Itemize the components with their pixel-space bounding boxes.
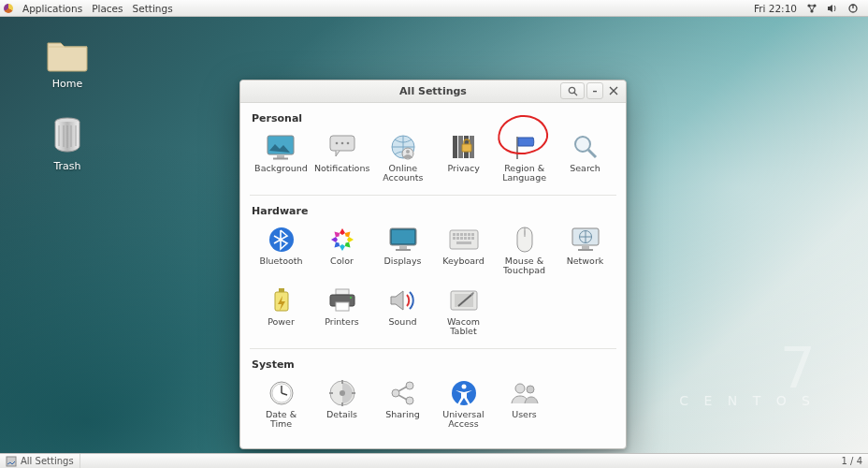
menu-places[interactable]: Places: [92, 3, 123, 14]
item-details[interactable]: Details: [312, 374, 371, 433]
svg-point-74: [461, 384, 466, 388]
svg-point-14: [346, 142, 349, 145]
item-universal-access[interactable]: Universal Access: [434, 374, 493, 433]
folder-icon: [46, 37, 89, 73]
svg-rect-32: [453, 233, 456, 236]
taskbar-entry-label: All Settings: [21, 456, 74, 466]
network-icon[interactable]: [806, 3, 817, 14]
mouse-icon: [510, 225, 540, 255]
svg-rect-39: [456, 237, 459, 240]
distro-icon: [4, 4, 13, 13]
universal-access-icon: [449, 378, 479, 408]
search-settings-icon: [571, 132, 600, 162]
svg-rect-44: [456, 241, 471, 244]
power-settings-icon: [267, 285, 297, 315]
bluetooth-icon: [267, 225, 297, 255]
section-personal-title: Personal: [252, 109, 615, 126]
svg-rect-41: [464, 237, 467, 240]
item-sound[interactable]: Sound: [373, 282, 432, 341]
item-network[interactable]: Network: [556, 221, 615, 280]
item-mouse-touchpad-label: Mouse & Touchpad: [497, 256, 552, 276]
item-universal-access-label: Universal Access: [436, 410, 491, 430]
item-mouse-touchpad[interactable]: Mouse & Touchpad: [495, 221, 554, 280]
svg-rect-54: [336, 289, 349, 295]
wacom-icon: [449, 285, 479, 315]
desktop-trash-label: Trash: [37, 160, 97, 172]
svg-point-70: [392, 389, 399, 397]
item-notifications[interactable]: Notifications: [312, 128, 371, 187]
settings-window: All Settings Personal Background Notific…: [239, 80, 627, 449]
svg-rect-56: [336, 302, 349, 311]
item-date-time[interactable]: Date & Time: [252, 374, 311, 433]
details-icon: [327, 378, 357, 408]
item-wacom-label: Wacom Tablet: [436, 317, 491, 337]
item-keyboard[interactable]: Keyboard: [434, 221, 493, 280]
svg-point-71: [406, 382, 413, 389]
svg-point-72: [406, 397, 413, 404]
item-power[interactable]: Power: [252, 282, 311, 341]
section-system-title: System: [252, 355, 615, 373]
item-online-accounts[interactable]: Online Accounts: [373, 128, 432, 187]
menu-settings[interactable]: Settings: [133, 3, 173, 14]
item-search[interactable]: Search: [556, 128, 615, 187]
close-button[interactable]: [605, 82, 622, 99]
item-network-label: Network: [567, 256, 604, 266]
printers-icon: [327, 285, 357, 315]
item-region-language[interactable]: Region & Language: [495, 128, 554, 187]
svg-rect-29: [399, 246, 407, 249]
item-sharing-label: Sharing: [385, 410, 419, 419]
svg-rect-18: [453, 136, 457, 158]
desktop-home[interactable]: Home: [37, 37, 97, 90]
item-search-label: Search: [570, 164, 600, 173]
power-icon[interactable]: [847, 3, 859, 14]
volume-icon[interactable]: [827, 3, 838, 14]
item-printers[interactable]: Printers: [312, 282, 371, 341]
brand-watermark: 7 C E N T O S: [679, 343, 816, 408]
svg-point-17: [406, 150, 410, 154]
titlebar[interactable]: All Settings: [240, 80, 626, 103]
clock[interactable]: Fri 22:10: [754, 3, 797, 14]
item-privacy[interactable]: Privacy: [434, 128, 493, 187]
background-icon: [266, 132, 296, 162]
minimize-button[interactable]: [586, 82, 603, 99]
svg-rect-28: [392, 230, 414, 243]
svg-point-6: [569, 87, 574, 93]
item-users-label: Users: [512, 410, 537, 419]
item-bluetooth-label: Bluetooth: [259, 256, 302, 266]
keyboard-icon: [449, 225, 479, 255]
svg-rect-36: [468, 233, 470, 236]
item-sharing[interactable]: Sharing: [373, 374, 432, 433]
item-bluetooth[interactable]: Bluetooth: [252, 221, 311, 280]
network-settings-icon: [571, 225, 600, 255]
desktop-trash[interactable]: Trash: [37, 116, 97, 172]
section-hardware-title: Hardware: [252, 201, 615, 219]
svg-point-24: [575, 137, 590, 152]
search-button[interactable]: [560, 82, 585, 99]
sharing-icon: [388, 378, 418, 408]
desktop-home-label: Home: [37, 78, 97, 90]
notifications-icon: [327, 132, 357, 162]
item-color-label: Color: [330, 256, 354, 266]
item-users[interactable]: Users: [495, 374, 554, 433]
item-background[interactable]: Background: [252, 128, 311, 187]
brand-name: C E N T O S: [679, 393, 816, 408]
item-displays[interactable]: Displays: [373, 221, 432, 280]
item-wacom[interactable]: Wacom Tablet: [434, 282, 493, 341]
item-details-label: Details: [326, 410, 357, 419]
workspace-indicator[interactable]: 1 / 4: [836, 456, 868, 466]
item-color[interactable]: Color: [312, 221, 371, 280]
svg-rect-50: [582, 246, 589, 249]
svg-rect-30: [396, 249, 411, 251]
menu-applications[interactable]: Applications: [22, 3, 82, 14]
taskbar-entry[interactable]: All Settings: [0, 454, 80, 468]
grid-system: Date & Time Details Sharing Universal Ac…: [252, 373, 615, 439]
svg-line-7: [574, 93, 577, 95]
svg-rect-33: [456, 233, 459, 236]
svg-line-25: [588, 150, 596, 157]
item-online-accounts-label: Online Accounts: [375, 164, 430, 183]
svg-rect-53: [279, 288, 284, 292]
svg-rect-35: [464, 233, 467, 236]
top-panel: Applications Places Settings Fri 22:10: [0, 0, 868, 17]
svg-point-65: [340, 390, 345, 396]
item-sound-label: Sound: [389, 317, 417, 327]
